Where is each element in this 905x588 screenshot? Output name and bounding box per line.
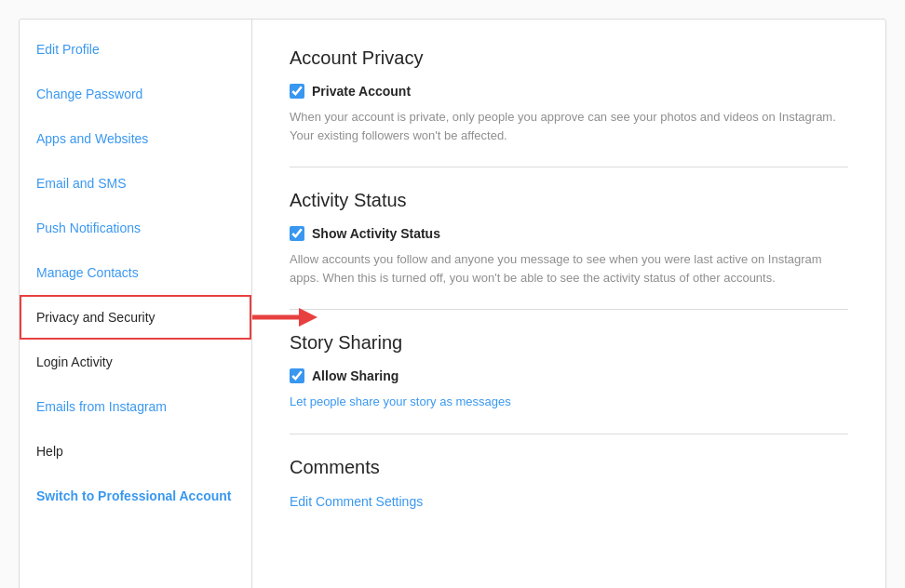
sidebar-item-manage-contacts[interactable]: Manage Contacts — [20, 250, 251, 295]
sidebar-item-edit-profile[interactable]: Edit Profile — [20, 27, 251, 72]
section-title-story-sharing: Story Sharing — [290, 332, 848, 354]
section-description-activity-status: Allow accounts you follow and anyone you… — [290, 250, 848, 287]
checkbox-activity-status[interactable] — [290, 226, 304, 241]
sidebar-item-login-activity[interactable]: Login Activity — [20, 340, 251, 384]
section-story-sharing: Story SharingAllow SharingLet people sha… — [290, 332, 848, 434]
sidebar-item-help[interactable]: Help — [20, 429, 251, 474]
checkbox-account-privacy[interactable] — [290, 84, 304, 99]
checkbox-label-activity-status: Show Activity Status — [312, 226, 440, 241]
checkbox-row-activity-status: Show Activity Status — [290, 226, 848, 241]
sidebar-item-privacy-security[interactable]: Privacy and Security — [20, 295, 251, 340]
main-content: Account PrivacyPrivate AccountWhen your … — [252, 20, 885, 588]
sidebar-item-change-password[interactable]: Change Password — [20, 72, 251, 116]
section-description-story-sharing: Let people share your story as messages — [290, 393, 848, 411]
section-activity-status: Activity StatusShow Activity StatusAllow… — [290, 190, 848, 310]
checkbox-row-account-privacy: Private Account — [290, 84, 848, 99]
section-comments: CommentsEdit Comment Settings — [290, 457, 848, 532]
sidebar-item-apps-websites[interactable]: Apps and Websites — [20, 116, 251, 161]
sidebar-item-switch-professional[interactable]: Switch to Professional Account — [20, 474, 251, 518]
section-title-account-privacy: Account Privacy — [290, 47, 848, 69]
checkbox-label-story-sharing: Allow Sharing — [312, 368, 398, 383]
section-title-activity-status: Activity Status — [290, 190, 848, 211]
section-description-account-privacy: When your account is private, only peopl… — [290, 108, 848, 144]
checkbox-row-story-sharing: Allow Sharing — [290, 368, 848, 383]
checkbox-label-account-privacy: Private Account — [312, 84, 411, 99]
section-link-comments[interactable]: Edit Comment Settings — [290, 494, 423, 509]
section-title-comments: Comments — [290, 457, 848, 478]
sidebar: Edit ProfileChange PasswordApps and Webs… — [20, 20, 252, 588]
checkbox-story-sharing[interactable] — [290, 368, 304, 383]
sidebar-item-push-notifications[interactable]: Push Notifications — [20, 206, 251, 250]
section-account-privacy: Account PrivacyPrivate AccountWhen your … — [290, 47, 848, 167]
sidebar-item-emails-instagram[interactable]: Emails from Instagram — [20, 384, 251, 429]
sidebar-item-email-sms[interactable]: Email and SMS — [20, 161, 251, 206]
